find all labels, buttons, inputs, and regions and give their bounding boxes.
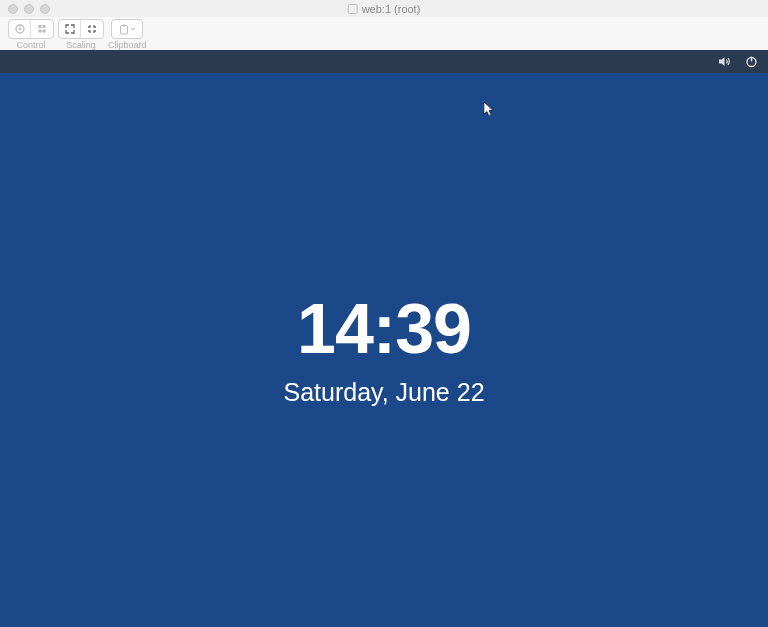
control-keyboard-button[interactable] xyxy=(31,20,53,38)
close-window-button[interactable] xyxy=(8,4,18,14)
clipboard-label: Clipboard xyxy=(108,40,147,50)
svg-rect-2 xyxy=(39,25,42,28)
minimize-window-button[interactable] xyxy=(24,4,34,14)
control-mouse-button[interactable] xyxy=(9,20,31,38)
clock-date: Saturday, June 22 xyxy=(283,378,484,407)
lockscreen[interactable]: 14:39 Saturday, June 22 xyxy=(0,73,768,627)
control-group: Control xyxy=(8,19,54,50)
traffic-lights xyxy=(8,4,50,14)
power-icon[interactable] xyxy=(745,55,758,68)
volume-icon[interactable] xyxy=(718,55,733,68)
window-titlebar: web:1 (root) xyxy=(0,0,768,17)
vnc-toolbar: Control Scaling Clipboard xyxy=(0,17,768,50)
window-title-text: web:1 (root) xyxy=(362,3,421,15)
scaling-contract-button[interactable] xyxy=(81,20,103,38)
window-title: web:1 (root) xyxy=(348,3,421,15)
svg-rect-3 xyxy=(43,25,46,28)
clock-time: 14:39 xyxy=(297,294,471,364)
clipboard-group: Clipboard xyxy=(108,19,147,50)
scaling-group: Scaling xyxy=(58,19,104,50)
svg-rect-6 xyxy=(120,25,127,34)
control-label: Control xyxy=(16,40,45,50)
scaling-expand-button[interactable] xyxy=(59,20,81,38)
svg-point-1 xyxy=(18,28,20,30)
svg-rect-5 xyxy=(43,30,46,33)
maximize-window-button[interactable] xyxy=(40,4,50,14)
clipboard-button[interactable] xyxy=(112,20,142,38)
window-icon xyxy=(348,4,358,14)
remote-desktop[interactable]: 14:39 Saturday, June 22 xyxy=(0,50,768,627)
svg-rect-7 xyxy=(122,24,125,26)
scaling-label: Scaling xyxy=(66,40,96,50)
svg-rect-4 xyxy=(39,30,42,33)
gnome-topbar xyxy=(0,50,768,73)
